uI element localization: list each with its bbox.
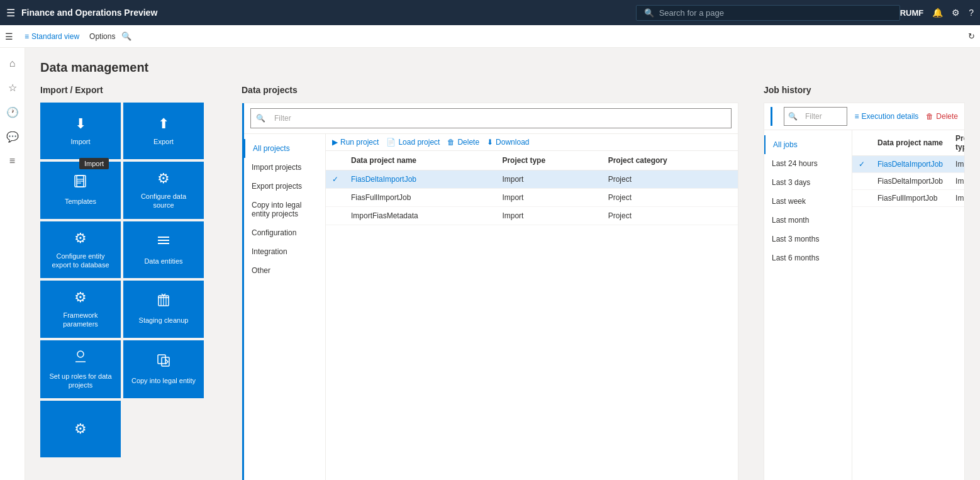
job-filter-3m[interactable]: Last 3 months [764, 230, 852, 248]
projects-table-container: Data project name Project type Project c… [326, 151, 738, 480]
job-filter-3d[interactable]: Last 3 days [764, 173, 852, 192]
configure-data-source-tile[interactable]: ⚙ Configure data source [123, 162, 204, 219]
job-panel-container: 🔍 ≡ Execution details 🗑 Delete [764, 103, 965, 480]
load-project-button[interactable]: 📄 Load project [386, 138, 440, 147]
home-icon[interactable]: ⌂ [4, 53, 21, 74]
data-entities-tile[interactable]: Data entities [123, 221, 204, 279]
download-button[interactable]: ⬇ Download [487, 138, 529, 147]
col-check [326, 151, 345, 170]
job-check: ✓ [852, 156, 871, 173]
notification-icon[interactable]: 🔔 [932, 8, 943, 18]
bottom-settings-tile[interactable]: ⚙ [40, 401, 121, 457]
recent-icon[interactable]: 🕐 [1, 101, 24, 123]
table-row[interactable]: ✓ FiasDeltaImportJob Import Project [326, 170, 738, 189]
nav-import-projects[interactable]: Import projects [244, 158, 325, 177]
templates-tile[interactable]: Templates [40, 162, 121, 219]
view-icon: ≡ [25, 32, 29, 41]
nav-configuration[interactable]: Configuration [244, 223, 325, 242]
favorites-icon[interactable]: ☆ [3, 77, 22, 99]
project-name-cell: FiasFullImportJob [345, 189, 496, 207]
help-icon[interactable]: ? [969, 8, 974, 18]
job-filter-6m[interactable]: Last 6 months [764, 248, 852, 267]
modules-icon[interactable]: ≡ [4, 150, 20, 172]
project-type-cell: Import [496, 207, 601, 225]
app-title: Finance and Operations Preview [21, 8, 157, 18]
staging-cleanup-tile[interactable]: Staging cleanup [123, 281, 204, 338]
configure-entity-export-tile[interactable]: ⚙ Configure entity export to database [40, 221, 121, 279]
job-name-cell: FiasDeltaImportJob [871, 156, 949, 173]
export-tile[interactable]: ⬆ Export [123, 103, 204, 159]
global-search[interactable]: 🔍 [636, 5, 900, 21]
framework-parameters-tile[interactable]: ⚙ Framework parameters [40, 281, 121, 338]
run-project-button[interactable]: ▶ Run project [332, 138, 379, 147]
set-up-roles-label: Set up roles for data projects [47, 372, 114, 390]
projects-filter-input[interactable] [269, 111, 726, 125]
nav-integration[interactable]: Integration [244, 242, 325, 261]
search-input[interactable] [659, 8, 892, 18]
job-filter-24h[interactable]: Last 24 hours [764, 154, 852, 173]
sub-hamburger-icon[interactable]: ☰ [5, 31, 13, 42]
load-project-icon: 📄 [386, 138, 396, 147]
copy-into-legal-tile[interactable]: Copy into legal entity [123, 340, 204, 399]
table-row[interactable]: ImportFiasMetadata Import Project [326, 207, 738, 225]
job-check [852, 173, 871, 190]
job-history-title: Job history [764, 85, 965, 95]
col-project-name: Data project name [345, 151, 496, 170]
job-type-cell: Import [949, 173, 964, 190]
job-content: Data project name Project type ✓ FiasDel… [852, 130, 964, 480]
nav-export-projects[interactable]: Export projects [244, 177, 325, 196]
copy-into-legal-icon [157, 354, 170, 371]
import-tile[interactable]: ⬇ Import [40, 103, 121, 159]
job-filter-icon: 🔍 [788, 112, 798, 121]
options-button[interactable]: Options [86, 32, 119, 41]
job-time-sidebar: All jobs Last 24 hours Last 3 days Last … [764, 130, 852, 480]
username-label: RUMF [900, 8, 924, 18]
execution-details-button[interactable]: ≡ Execution details [855, 112, 919, 121]
data-projects-title: Data projects [242, 85, 738, 95]
project-category-cell: Project [602, 170, 738, 189]
run-project-icon: ▶ [332, 138, 338, 147]
job-filter-input[interactable] [800, 109, 843, 123]
export-icon: ⬆ [158, 116, 169, 132]
table-row[interactable]: FiasFullImportJob Import Project [326, 189, 738, 207]
job-filter-week[interactable]: Last week [764, 192, 852, 211]
subtoolbar-search-icon[interactable]: 🔍 [121, 31, 131, 41]
project-name-cell: ImportFiasMetadata [345, 207, 496, 225]
standard-view-button[interactable]: ≡ Standard view [21, 32, 83, 41]
templates-label: Templates [65, 197, 96, 206]
delete-project-button[interactable]: 🗑 Delete [447, 138, 479, 147]
framework-parameters-icon: ⚙ [74, 289, 87, 306]
settings-icon[interactable]: ⚙ [952, 8, 960, 18]
row-check [326, 189, 345, 207]
nav-all-projects[interactable]: All projects [244, 139, 325, 158]
set-up-roles-tile[interactable]: Set up roles for data projects [40, 340, 121, 399]
refresh-icon[interactable]: ↻ [968, 31, 975, 41]
job-delete-button[interactable]: 🗑 Delete [926, 112, 958, 121]
execution-details-icon: ≡ [855, 112, 859, 121]
projects-main: ▶ Run project 📄 Load project 🗑 Delete [326, 134, 738, 480]
import-export-title: Import / Export [40, 85, 204, 95]
framework-parameters-label: Framework parameters [47, 311, 114, 329]
job-row[interactable]: FiasFullImportJob Import [852, 190, 964, 207]
job-row[interactable]: FiasDeltaImportJob Import [852, 173, 964, 190]
main-content: Data management Import / Export ⬇ Import… [25, 48, 980, 480]
data-entities-label: Data entities [144, 257, 182, 265]
job-main: All jobs Last 24 hours Last 3 days Last … [764, 130, 964, 480]
job-delete-icon: 🗑 [926, 112, 933, 121]
job-name-cell: FiasFullImportJob [871, 190, 949, 207]
nav-other[interactable]: Other [244, 261, 325, 280]
hamburger-menu-icon[interactable]: ☰ [6, 7, 15, 19]
export-label: Export [153, 137, 174, 146]
projects-table: Data project name Project type Project c… [326, 151, 738, 225]
nav-copy-into-legal[interactable]: Copy into legal entity projects [244, 196, 325, 223]
job-check [852, 190, 871, 207]
copy-into-legal-label: Copy into legal entity [131, 376, 196, 385]
project-name-cell: FiasDeltaImportJob [345, 170, 496, 189]
workspace-icon[interactable]: 💬 [1, 126, 24, 148]
tile-grid: ⬇ Import ⬆ Export [40, 103, 204, 457]
top-navbar: ☰ Finance and Operations Preview 🔍 RUMF … [0, 0, 980, 25]
job-filter-month[interactable]: Last month [764, 211, 852, 230]
job-filter-all[interactable]: All jobs [764, 135, 852, 154]
bottom-settings-icon: ⚙ [74, 421, 87, 437]
job-row[interactable]: ✓ FiasDeltaImportJob Import [852, 156, 964, 173]
